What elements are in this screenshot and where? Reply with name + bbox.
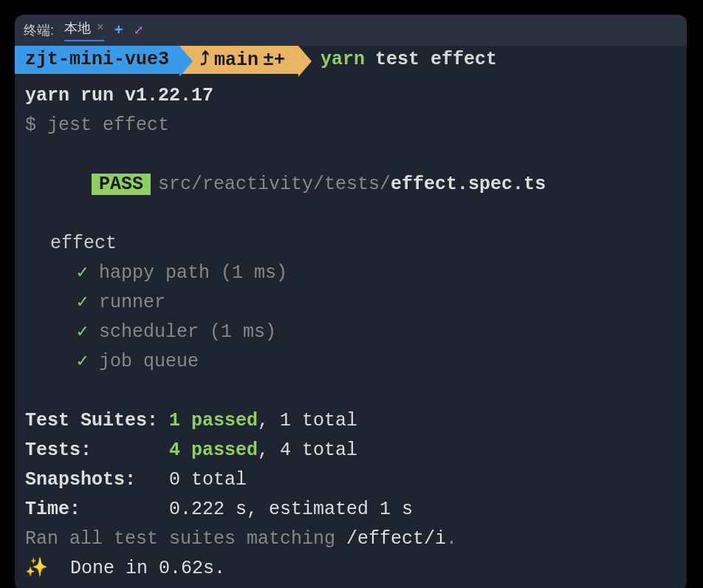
jest-command-line: $ jest effect <box>25 111 676 140</box>
prompt-line: zjt-mini-vue3 ⤴ main ±+ yarn test effect <box>15 46 687 74</box>
summary-tests: Tests: 4 passed, 4 total <box>25 436 676 465</box>
sparkle-icon: ✨ <box>25 558 48 579</box>
terminal-output[interactable]: yarn run v1.22.17 $ jest effect PASSsrc/… <box>15 74 687 588</box>
branch-name: main <box>214 49 258 71</box>
test-name: runner <box>99 292 165 313</box>
check-icon: ✓ <box>77 321 88 343</box>
test-result: ✓ job queue <box>25 347 676 377</box>
file-name: effect.spec.ts <box>391 174 546 195</box>
pass-line: PASSsrc/reactivity/tests/effect.spec.ts <box>25 140 676 229</box>
expand-icon[interactable]: ⤢ <box>134 23 143 38</box>
prompt-command[interactable]: yarn test effect <box>298 46 512 74</box>
tab-name: 本地 <box>64 19 91 37</box>
branch-icon: ⤴ <box>200 49 210 71</box>
test-result: ✓ runner <box>25 288 676 318</box>
tab-bar: 终端: 本地 × + ⤢ <box>15 15 687 46</box>
test-name: job queue <box>99 351 199 372</box>
summary-suites: Test Suites: 1 passed, 1 total <box>25 406 676 436</box>
ran-line: Ran all test suites matching /effect/i. <box>25 524 676 554</box>
test-name: scheduler (1 ms) <box>99 321 276 343</box>
spacer <box>25 377 676 406</box>
test-result: ✓ happy path (1 ms) <box>25 259 676 288</box>
test-name: happy path (1 ms) <box>99 262 287 284</box>
check-icon: ✓ <box>77 292 88 313</box>
done-line: ✨ Done in 0.62s. <box>25 554 676 584</box>
command-args: test effect <box>375 49 497 71</box>
add-tab-button[interactable]: + <box>114 22 123 39</box>
prompt-branch: ⤴ main ±+ <box>179 46 298 74</box>
yarn-version-line: yarn run v1.22.17 <box>25 81 676 111</box>
command-name: yarn <box>320 49 365 71</box>
summary-snapshots: Snapshots: 0 total <box>25 465 676 495</box>
suite-name: effect <box>25 229 676 259</box>
prompt-cwd: zjt-mini-vue3 <box>15 46 179 74</box>
terminal-window: 终端: 本地 × + ⤢ zjt-mini-vue3 ⤴ main ±+ yar… <box>15 15 687 588</box>
summary-time: Time: 0.222 s, estimated 1 s <box>25 495 676 524</box>
terminal-tab[interactable]: 本地 × <box>64 19 104 41</box>
pass-badge: PASS <box>92 174 151 195</box>
test-result: ✓ scheduler (1 ms) <box>25 318 676 347</box>
tab-bar-label: 终端: <box>24 21 54 39</box>
check-icon: ✓ <box>77 351 88 372</box>
close-icon[interactable]: × <box>97 21 104 35</box>
check-icon: ✓ <box>77 262 88 284</box>
file-path: src/reactivity/tests/ <box>158 174 391 195</box>
git-status: ±+ <box>263 49 285 71</box>
